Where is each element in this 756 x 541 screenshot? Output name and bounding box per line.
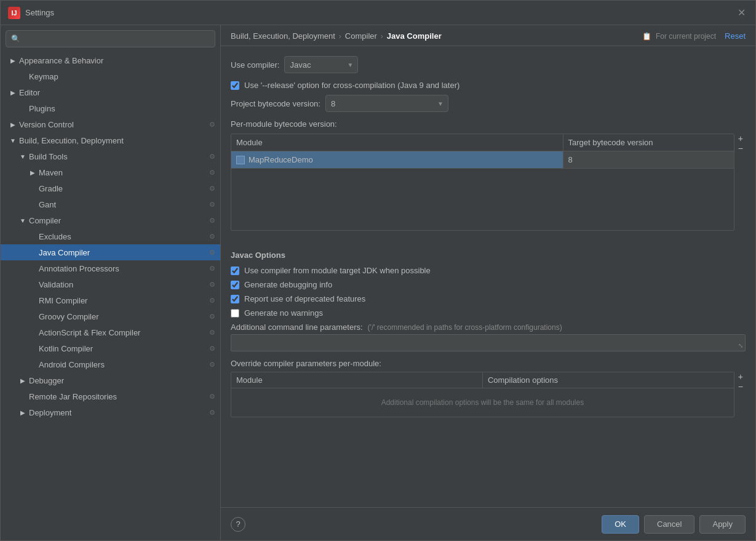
module-icon: [236, 156, 245, 164]
table-row[interactable]: MapReduceDemo 8: [231, 151, 734, 169]
javac-options-section: Javac Options: [231, 250, 746, 260]
sidebar-item-kotlin-compiler[interactable]: Kotlin Compiler ⚙: [1, 340, 220, 356]
generate-debugging-label: Generate debugging info: [244, 280, 332, 289]
settings-content: Use compiler: Javac Eclipse AspectJ ▼ Us…: [221, 46, 755, 507]
arrow-icon: [28, 295, 38, 305]
sidebar-item-java-compiler[interactable]: Java Compiler ⚙: [1, 244, 220, 260]
sidebar-item-label: ActionScript & Flex Compiler: [39, 328, 209, 337]
remove-override-button[interactable]: −: [736, 382, 746, 391]
sidebar: 🔍 ▶ Appearance & Behavior Keymap ▶ Edito…: [1, 25, 221, 540]
sidebar-item-gant[interactable]: Gant ⚙: [1, 196, 220, 212]
arrow-icon: [28, 279, 38, 289]
breadcrumb: Build, Execution, Deployment › Compiler …: [221, 25, 755, 46]
breadcrumb-item-1: Build, Execution, Deployment: [231, 31, 335, 41]
sidebar-item-android-compilers[interactable]: Android Compilers ⚙: [1, 356, 220, 372]
use-release-label: Use '--release' option for cross-compila…: [244, 81, 460, 90]
config-icon: ⚙: [209, 329, 215, 337]
report-deprecated-checkbox[interactable]: [231, 295, 239, 303]
use-release-checkbox[interactable]: [231, 81, 239, 90]
arrow-icon: ▶: [18, 375, 28, 385]
add-module-button[interactable]: +: [736, 134, 746, 143]
arrow-icon: [28, 327, 38, 337]
remove-module-button[interactable]: −: [736, 143, 746, 153]
use-compiler-from-module-checkbox[interactable]: [231, 266, 239, 275]
sidebar-item-label: Remote Jar Repositories: [29, 392, 209, 401]
arrow-icon: [28, 263, 38, 273]
sidebar-item-keymap[interactable]: Keymap: [1, 68, 220, 84]
search-input[interactable]: [24, 34, 210, 44]
sidebar-item-label: Gradle: [39, 184, 209, 193]
add-override-button[interactable]: +: [736, 372, 746, 382]
bytecode-version-label: Project bytecode version:: [231, 99, 320, 108]
sidebar-item-label: Build, Execution, Deployment: [19, 136, 215, 145]
sidebar-item-debugger[interactable]: ▶ Debugger: [1, 372, 220, 388]
sidebar-item-validation[interactable]: Validation ⚙: [1, 276, 220, 292]
sidebar-item-groovy-compiler[interactable]: Groovy Compiler ⚙: [1, 308, 220, 324]
sidebar-item-build-tools[interactable]: ▼ Build Tools ⚙: [1, 148, 220, 164]
sidebar-item-maven[interactable]: ▶ Maven ⚙: [1, 164, 220, 180]
sidebar-item-label: Android Compilers: [39, 360, 209, 369]
sidebar-item-label: Kotlin Compiler: [39, 344, 209, 353]
sidebar-item-build-exec[interactable]: ▼ Build, Execution, Deployment: [1, 132, 220, 148]
compiler-select[interactable]: Javac Eclipse AspectJ: [284, 56, 358, 73]
additional-params-input[interactable]: [231, 334, 746, 351]
sidebar-item-editor[interactable]: ▶ Editor: [1, 84, 220, 100]
sidebar-item-annotation-processors[interactable]: Annotation Processors ⚙: [1, 260, 220, 276]
config-icon: ⚙: [209, 313, 215, 321]
sidebar-item-excludes[interactable]: Excludes ⚙: [1, 228, 220, 244]
config-icon: ⚙: [209, 281, 215, 289]
table-actions: + −: [736, 134, 746, 153]
module-column-header: Module: [231, 134, 563, 151]
arrow-icon: ▶: [8, 87, 18, 97]
sidebar-item-plugins[interactable]: Plugins: [1, 100, 220, 116]
main-content: 🔍 ▶ Appearance & Behavior Keymap ▶ Edito…: [1, 25, 755, 540]
sidebar-item-label: Appearance & Behavior: [19, 56, 215, 65]
sidebar-item-label: Java Compiler: [39, 248, 209, 257]
sidebar-item-label: Validation: [39, 280, 209, 289]
additional-params-header: Additional command line parameters: ('/'…: [231, 323, 746, 332]
config-icon: ⚙: [209, 153, 215, 161]
close-button[interactable]: ✕: [735, 4, 748, 21]
arrow-icon: [28, 343, 38, 353]
sidebar-item-rmi-compiler[interactable]: RMI Compiler ⚙: [1, 292, 220, 308]
sidebar-item-label: Keymap: [29, 72, 215, 81]
sidebar-item-label: Version Control: [19, 120, 209, 129]
bytecode-version-select[interactable]: 8 11 17 21: [325, 95, 448, 112]
use-release-row: Use '--release' option for cross-compila…: [231, 81, 746, 90]
override-table-header: Module Compilation options: [231, 372, 734, 388]
sidebar-item-label: Compiler: [29, 216, 209, 225]
cancel-button[interactable]: Cancel: [644, 515, 694, 534]
sidebar-item-label: Editor: [19, 88, 215, 97]
search-box[interactable]: 🔍: [6, 30, 215, 47]
sidebar-item-gradle[interactable]: Gradle ⚙: [1, 180, 220, 196]
sidebar-item-actionscript-compiler[interactable]: ActionScript & Flex Compiler ⚙: [1, 324, 220, 340]
sidebar-item-remote-jar[interactable]: Remote Jar Repositories ⚙: [1, 388, 220, 404]
sidebar-item-label: Build Tools: [29, 152, 209, 161]
arrow-icon: ▼: [8, 135, 18, 145]
config-icon: ⚙: [209, 121, 215, 129]
breadcrumb-project: 📋 For current project: [642, 32, 716, 41]
content-area: Build, Execution, Deployment › Compiler …: [221, 25, 755, 540]
arrow-icon: ▶: [28, 167, 38, 177]
sidebar-item-deployment[interactable]: ▶ Deployment ⚙: [1, 404, 220, 420]
reset-link[interactable]: Reset: [725, 31, 746, 41]
config-icon: ⚙: [209, 169, 215, 177]
expand-icon[interactable]: ⤡: [738, 342, 743, 349]
sidebar-item-version-control[interactable]: ▶ Version Control ⚙: [1, 116, 220, 132]
help-button[interactable]: ?: [231, 517, 245, 532]
sidebar-item-compiler[interactable]: ▼ Compiler ⚙: [1, 212, 220, 228]
generate-no-warnings-checkbox[interactable]: [231, 309, 239, 318]
generate-debugging-checkbox[interactable]: [231, 281, 239, 289]
version-cell[interactable]: 8: [563, 151, 734, 168]
bytecode-version-row: Project bytecode version: 8 11 17 21 ▼: [231, 95, 746, 112]
use-compiler-from-module-label: Use compiler from module target JDK when…: [244, 266, 431, 275]
config-icon: ⚙: [209, 393, 215, 401]
config-icon: ⚙: [209, 345, 215, 353]
ok-button[interactable]: OK: [602, 515, 639, 534]
arrow-icon: ▶: [18, 407, 28, 417]
arrow-icon: ▼: [18, 151, 28, 161]
arrow-icon: [28, 183, 38, 193]
apply-button[interactable]: Apply: [699, 515, 746, 534]
sidebar-item-appearance[interactable]: ▶ Appearance & Behavior: [1, 52, 220, 68]
bytecode-version-select-wrapper: 8 11 17 21 ▼: [325, 95, 448, 112]
